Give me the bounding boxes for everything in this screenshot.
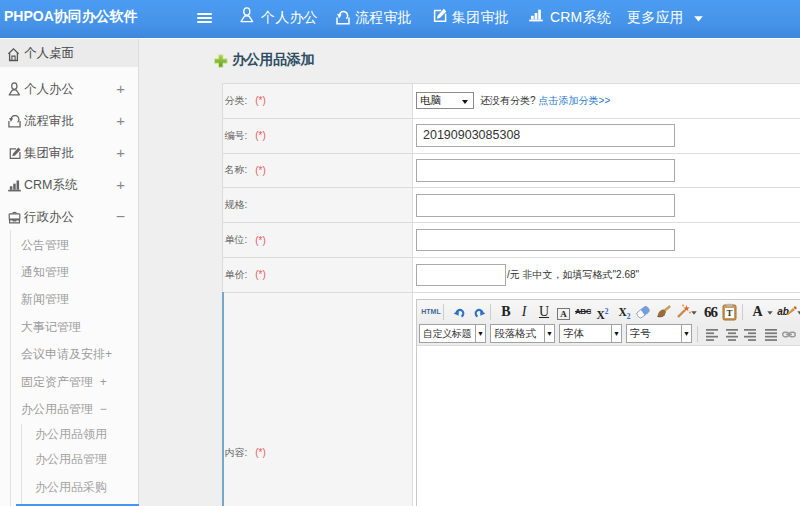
svg-text:T: T <box>726 308 732 318</box>
